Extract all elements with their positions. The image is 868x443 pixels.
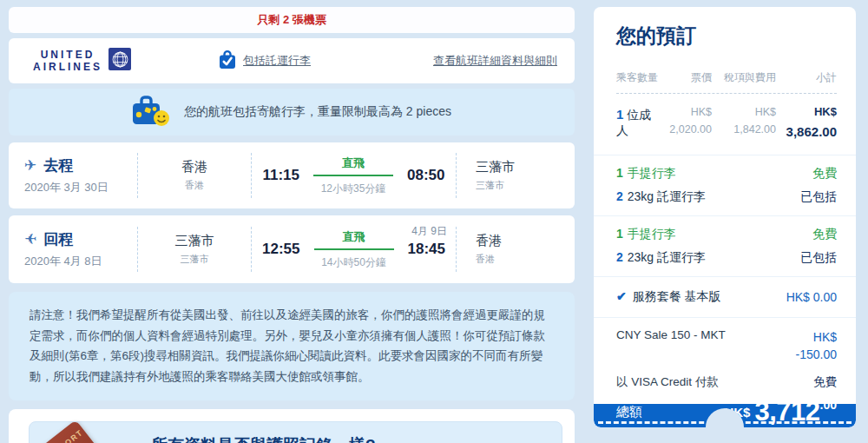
total-price-bar: 總額 HK$ 3,712 .00 xyxy=(594,404,856,427)
arrive-time: 4月 9日18:45 xyxy=(408,241,445,258)
tax-amount: HK$1,842.00 xyxy=(712,103,776,138)
booking-page: 只剩 2 張機票 UNITED AIRLINES 包括託運行李 查看航班詳細資料… xyxy=(0,0,868,443)
united-airlines-wordmark: UNITED AIRLINES xyxy=(33,49,102,74)
passport-check-card: PASSPORT 所有資料是否與護照記錄一樣? xyxy=(9,409,575,443)
outbound-flight-row: ✈ 去程 2020年 3月 30日 香港 香港 11:15 直飛 12小時35分… xyxy=(9,142,575,208)
direction-label: 回程 xyxy=(43,229,73,249)
passport-question-heading: 所有資料是否與護照記錄一樣? xyxy=(151,434,553,443)
payment-fee-status: 免費 xyxy=(813,374,837,390)
depart-time: 11:15 xyxy=(262,167,299,184)
service-package-label: 服務套餐 基本版 xyxy=(633,289,721,303)
baggage-block-return: 1手提行李 免費 223kg 託運行李 已包括 xyxy=(594,216,856,276)
subtotal-amount: HK$3,862.00 xyxy=(776,103,837,142)
dest-city-name: 三藩市 xyxy=(476,159,559,175)
baggage-included-link-group: 包括託運行李 xyxy=(218,50,311,73)
checked-baggage-row: 223kg 託運行李 已包括 xyxy=(616,189,837,205)
checked-baggage-status: 已包括 xyxy=(800,250,837,266)
passport-label: PASSPORT xyxy=(37,427,122,443)
logo-line2: AIRLINES xyxy=(33,61,102,73)
airline-row: UNITED AIRLINES 包括託運行李 查看航班詳細資料與細則 xyxy=(9,38,575,83)
booking-summary-panel: 您的預訂 乘客數量 票價 稅項與費用 小計 1位成人 HK$2,020.00 H… xyxy=(594,7,856,427)
direct-flight-label: 直飛 xyxy=(342,155,365,171)
passenger-price-row: 1位成人 HK$2,020.00 HK$1,842.00 HK$3,862.00 xyxy=(616,103,837,142)
origin-city-sub: 香港 xyxy=(138,179,251,192)
checked-baggage-status: 已包括 xyxy=(800,189,837,205)
direct-flight-label: 直飛 xyxy=(343,229,365,245)
flight-summary-panel: 只剩 2 張機票 UNITED AIRLINES 包括託運行李 查看航班詳細資料… xyxy=(9,7,575,443)
col-subtotal: 小計 xyxy=(776,70,837,85)
origin-city: 香港 香港 xyxy=(138,159,251,192)
logo-line1: UNITED xyxy=(41,49,95,61)
price-table-header: 乘客數量 票價 稅項與費用 小計 xyxy=(616,70,837,85)
destination-city: 三藩市 三藩市 xyxy=(457,159,559,192)
promo-payment-block: CNY Sale 150 - MKT HK$-150.00 以 VISA Cre… xyxy=(594,318,856,404)
booking-summary-content: 您的預訂 乘客數量 票價 稅項與費用 小計 1位成人 HK$2,020.00 H… xyxy=(594,7,856,142)
dest-city-name: 香港 xyxy=(476,233,559,249)
luggage-smiley-icon xyxy=(132,93,172,131)
col-fare: 票價 xyxy=(658,70,712,85)
return-plane-icon: ✈ xyxy=(24,230,36,248)
passport-image: PASSPORT xyxy=(30,420,123,443)
service-package-price: HK$ 0.00 xyxy=(786,290,837,304)
checked-baggage-row: 223kg 託運行李 已包括 xyxy=(616,250,837,266)
booking-title: 您的預訂 xyxy=(616,23,837,50)
baggage-info-banner: 您的航班包括寄艙行李，重量限制最高為 2 pieces xyxy=(9,89,575,136)
flight-duration: 14小時50分鐘 xyxy=(321,255,386,270)
departure-plane-icon: ✈ xyxy=(24,156,36,175)
dest-city-sub: 香港 xyxy=(476,253,559,266)
dest-city-sub: 三藩市 xyxy=(476,179,559,192)
col-tax: 稅項與費用 xyxy=(712,70,776,85)
us-travel-notice: 請注意！我們希望提醒所有從美國出發、前往以及途經美國的旅客，你們的護照將會經過更… xyxy=(9,292,575,400)
baggage-block-outbound: 1手提行李 免費 223kg 託運行李 已包括 xyxy=(594,155,856,215)
dashed-divider xyxy=(616,93,837,94)
flight-duration: 12小時35分鐘 xyxy=(321,182,386,196)
col-passenger: 乘客數量 xyxy=(616,70,658,85)
direction-label: 去程 xyxy=(43,155,73,175)
destination-city: 香港 香港 xyxy=(457,233,559,266)
promo-row: CNY Sale 150 - MKT HK$-150.00 xyxy=(616,328,837,364)
baggage-banner-text: 您的航班包括寄艙行李，重量限制最高為 2 pieces xyxy=(184,104,451,120)
scarcity-text: 只剩 2 張機票 xyxy=(257,12,326,28)
bag-check-icon xyxy=(218,50,237,73)
notice-text: 請注意！我們希望提醒所有從美國出發、前往以及途經美國的旅客，你們的護照將會經過更… xyxy=(30,305,554,387)
service-package-row: ✔服務套餐 基本版 HK$ 0.00 xyxy=(594,277,856,317)
united-airlines-logo: UNITED AIRLINES xyxy=(33,48,131,74)
hand-baggage-row: 1手提行李 免費 xyxy=(616,166,837,182)
return-flight-row: ✈ 回程 2020年 4月 8日 三藩市 三藩市 12:55 直飛 14小時50… xyxy=(9,215,575,283)
hand-baggage-row: 1手提行李 免費 xyxy=(616,227,837,242)
flight-path-line xyxy=(314,248,394,250)
origin-city-sub: 三藩市 xyxy=(138,253,251,266)
flight-details-link[interactable]: 查看航班詳細資料與細則 xyxy=(433,53,557,69)
check-icon: ✔ xyxy=(616,289,627,303)
return-direction: ✈ 回程 2020年 4月 8日 xyxy=(24,229,137,269)
fare-amount: HK$2,020.00 xyxy=(658,103,712,138)
depart-time: 12:55 xyxy=(262,241,299,258)
hand-baggage-status: 免費 xyxy=(812,166,837,182)
promo-label: CNY Sale 150 - MKT xyxy=(616,328,726,341)
hand-baggage-status: 免費 xyxy=(812,227,837,242)
arrive-time: 08:50 xyxy=(407,167,444,184)
flight-path-line xyxy=(313,175,393,176)
origin-city: 三藩市 三藩市 xyxy=(138,233,251,266)
origin-city-name: 三藩市 xyxy=(138,233,251,249)
origin-city-name: 香港 xyxy=(138,159,251,175)
arrive-date: 4月 9日 xyxy=(411,224,447,239)
flight-times: 12:55 直飛 14小時50分鐘 4月 9日18:45 xyxy=(252,229,456,270)
scarcity-banner: 只剩 2 張機票 xyxy=(9,7,575,33)
flight-date: 2020年 4月 8日 xyxy=(24,254,137,269)
total-label: 總額 xyxy=(616,404,642,420)
passport-check-box: PASSPORT 所有資料是否與護照記錄一樣? xyxy=(29,421,562,443)
promo-amount: HK$-150.00 xyxy=(796,328,837,364)
flight-times: 11:15 直飛 12小時35分鐘 08:50 xyxy=(252,155,456,196)
payment-method-row: 以 VISA Credit 付款 免費 xyxy=(616,374,837,390)
passenger-label: 1位成人 xyxy=(616,103,658,139)
flight-date: 2020年 3月 30日 xyxy=(24,180,137,195)
payment-method-label: 以 VISA Credit 付款 xyxy=(616,374,719,390)
baggage-included-link[interactable]: 包括託運行李 xyxy=(243,53,311,69)
united-globe-icon xyxy=(108,48,131,74)
outbound-direction: ✈ 去程 2020年 3月 30日 xyxy=(24,155,137,195)
